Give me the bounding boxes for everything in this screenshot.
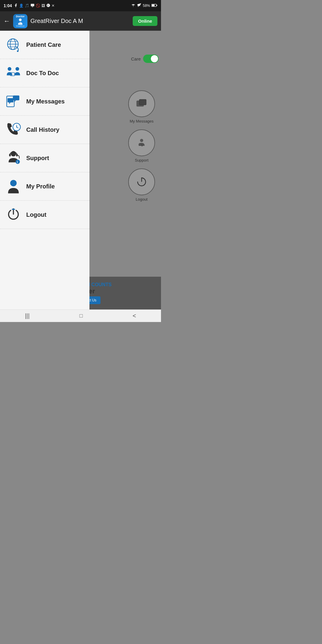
patient-care-icon [5,37,21,53]
status-icons: 👤 🎵 🚫 🖼 D ✕ [14,3,55,8]
menu-item-my-messages[interactable]: My Messages [0,87,89,116]
user-icon: 👤 [19,4,24,8]
svg-point-23 [8,67,11,71]
bg-logout-item: Logout [128,168,155,202]
bg-messages-circle[interactable] [128,90,155,117]
online-badge[interactable]: Online [133,16,157,26]
menu-item-call-history[interactable]: Call History [0,116,89,144]
svg-point-9 [19,18,22,21]
app-logo: Doctor GreatRiver [13,14,27,28]
svg-point-32 [16,126,17,128]
side-drawer: Patient Care Doc To Doc [0,31,89,309]
bg-logout-circle[interactable] [128,168,155,195]
menu-item-doc-to-doc[interactable]: Doc To Doc [0,59,89,87]
media-icon: 🎵 [25,4,29,8]
menu-item-support[interactable]: i Support [0,144,89,172]
toggle-area: Care [131,55,159,63]
svg-point-12 [140,139,143,142]
my-messages-icon [5,93,21,109]
dev-icon: D [46,3,50,8]
battery-icon [151,4,157,8]
svg-point-22 [17,50,18,52]
bg-support-label: Support [135,158,148,162]
my-profile-label: My Profile [26,183,55,190]
bg-logout-label: Logout [136,197,148,202]
wifi-icon [131,3,136,8]
monitor-icon [30,3,35,8]
nav-back-button[interactable]: < [127,311,142,321]
svg-text:i: i [17,160,18,164]
menu-item-my-profile[interactable]: My Profile [0,172,89,201]
doc-to-doc-label: Doc To Doc [26,70,59,77]
logout-label: Logout [26,211,47,218]
my-profile-icon [5,178,21,194]
svg-rect-27 [7,98,13,102]
blocked-icon: 🚫 [36,4,40,8]
call-history-label: Call History [26,126,59,133]
doc-to-doc-icon [5,65,21,81]
image-icon: 🖼 [41,4,45,8]
svg-rect-8 [152,4,154,6]
back-button[interactable]: ← [4,17,10,25]
svg-point-38 [10,180,17,186]
svg-rect-34 [9,154,11,157]
toggle-knob [151,55,158,62]
header-left: ← Doctor GreatRiver GreatRiver Doc A M [4,14,83,28]
status-bar: 1:04 👤 🎵 🚫 🖼 D ✕ 58% [0,0,161,11]
svg-rect-28 [13,95,19,100]
svg-point-5 [133,7,133,7]
care-toggle[interactable] [143,55,159,63]
svg-rect-11 [139,99,146,105]
bg-messages-label: My Messages [130,119,154,123]
bg-support-circle[interactable] [128,129,155,156]
status-right: 58% [131,3,157,8]
support-icon: i [5,150,21,166]
logout-icon [5,207,21,223]
svg-point-24 [16,67,19,71]
bg-support-item: Support [128,129,155,162]
svg-rect-0 [31,4,34,6]
menu-item-logout[interactable]: Logout [0,201,89,229]
my-messages-label: My Messages [26,98,65,105]
status-left: 1:04 👤 🎵 🚫 🖼 D ✕ [4,3,55,8]
call-history-icon [5,122,21,138]
app-header: ← Doctor GreatRiver GreatRiver Doc A M O… [0,11,161,31]
svg-rect-35 [16,154,18,157]
support-label: Support [26,155,49,162]
menu-item-patient-care[interactable]: Patient Care [0,31,89,59]
svg-rect-7 [157,4,157,6]
app-title: GreatRiver Doc A M [30,18,83,24]
bg-circles: My Messages Support [128,90,155,202]
nav-home-button[interactable]: □ [74,311,89,321]
patient-care-label: Patient Care [26,41,61,48]
battery-text: 58% [143,4,150,8]
signal-icon [137,3,141,8]
svg-point-14 [143,144,144,145]
bottom-nav: ||| □ < [0,309,161,322]
x-icon: ✕ [52,4,55,8]
svg-point-15 [141,145,143,146]
bg-messages-item: My Messages [128,90,155,123]
toggle-label: Care [131,56,141,61]
nav-menu-button[interactable]: ||| [19,311,36,321]
facebook-icon [14,3,18,8]
svg-text:D: D [47,4,49,6]
status-time: 1:04 [4,3,12,8]
